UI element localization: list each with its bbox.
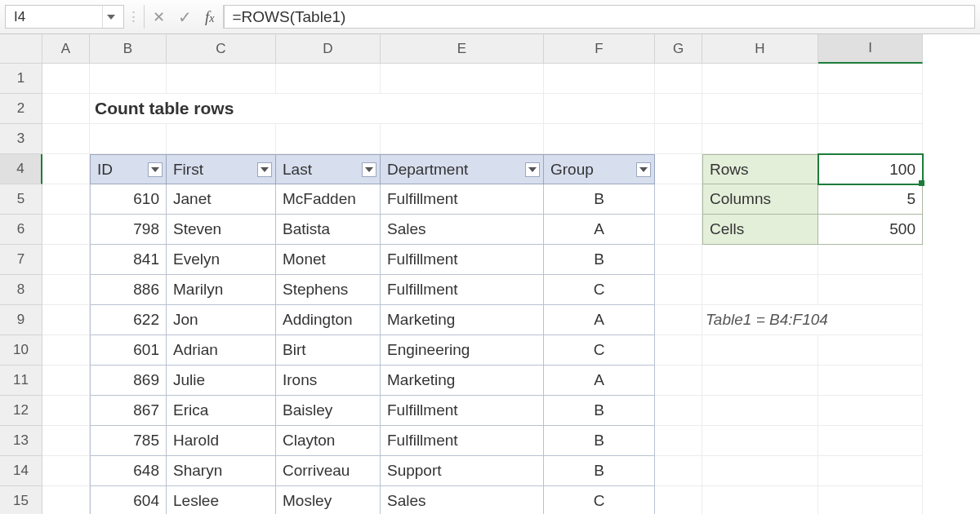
cell-D1[interactable] bbox=[276, 64, 381, 94]
table-cell-first[interactable]: Marilyn bbox=[167, 275, 276, 305]
cell-F3[interactable] bbox=[544, 124, 655, 154]
cell-H10[interactable] bbox=[702, 335, 818, 366]
cell-A1[interactable] bbox=[42, 64, 90, 94]
col-head-F[interactable]: F bbox=[544, 34, 655, 64]
cell-A11[interactable] bbox=[42, 366, 90, 396]
cell-G12[interactable] bbox=[655, 396, 702, 426]
table-cell-id[interactable]: 869 bbox=[90, 366, 167, 396]
cell-C3[interactable] bbox=[167, 124, 276, 154]
table-cell-first[interactable]: Harold bbox=[167, 426, 276, 456]
cell-H3[interactable] bbox=[702, 124, 818, 154]
table-cell-first[interactable]: Erica bbox=[167, 396, 276, 426]
row-head-3[interactable]: 3 bbox=[0, 124, 42, 154]
cell-I15[interactable] bbox=[818, 486, 923, 514]
cell-I12[interactable] bbox=[818, 396, 923, 426]
cell-H1[interactable] bbox=[702, 64, 818, 94]
row-head-9[interactable]: 9 bbox=[0, 305, 42, 335]
summary-rows-value[interactable]: 100 bbox=[818, 154, 923, 184]
row-head-13[interactable]: 13 bbox=[0, 426, 42, 456]
summary-cells-label[interactable]: Cells bbox=[702, 215, 818, 245]
table-cell-id[interactable]: 648 bbox=[90, 456, 167, 486]
col-head-I[interactable]: I bbox=[818, 34, 923, 64]
table-cell-dept[interactable]: Sales bbox=[381, 215, 544, 245]
row-head-11[interactable]: 11 bbox=[0, 366, 42, 396]
row-head-14[interactable]: 14 bbox=[0, 456, 42, 486]
cell-B3[interactable] bbox=[90, 124, 167, 154]
summary-cols-label[interactable]: Columns bbox=[702, 184, 818, 215]
cell-H11[interactable] bbox=[702, 366, 818, 396]
row-head-7[interactable]: 7 bbox=[0, 245, 42, 275]
filter-icon[interactable] bbox=[636, 162, 651, 177]
cell-A15[interactable] bbox=[42, 486, 90, 514]
row-head-1[interactable]: 1 bbox=[0, 64, 42, 94]
filter-icon[interactable] bbox=[525, 162, 540, 177]
table-cell-first[interactable]: Sharyn bbox=[167, 456, 276, 486]
cell-A10[interactable] bbox=[42, 335, 90, 366]
table-cell-dept[interactable]: Sales bbox=[381, 486, 544, 514]
col-head-H[interactable]: H bbox=[702, 34, 818, 64]
table-cell-first[interactable]: Leslee bbox=[167, 486, 276, 514]
cell-G3[interactable] bbox=[655, 124, 702, 154]
cell-I14[interactable] bbox=[818, 456, 923, 486]
cell-I7[interactable] bbox=[818, 245, 923, 275]
summary-cols-value[interactable]: 5 bbox=[818, 184, 923, 215]
table-cell-last[interactable]: McFadden bbox=[276, 184, 381, 215]
filter-icon[interactable] bbox=[148, 162, 163, 177]
row-head-2[interactable]: 2 bbox=[0, 94, 42, 124]
table-cell-id[interactable]: 798 bbox=[90, 215, 167, 245]
cell-B1[interactable] bbox=[90, 64, 167, 94]
cell-I13[interactable] bbox=[818, 426, 923, 456]
name-box-dropdown[interactable] bbox=[102, 6, 118, 28]
col-head-A[interactable]: A bbox=[42, 34, 90, 64]
table-note[interactable]: Table1 = B4:F104 bbox=[702, 305, 923, 335]
cell-A12[interactable] bbox=[42, 396, 90, 426]
cell-G13[interactable] bbox=[655, 426, 702, 456]
table-cell-last[interactable]: Monet bbox=[276, 245, 381, 275]
cell-I8[interactable] bbox=[818, 275, 923, 305]
table-cell-last[interactable]: Baisley bbox=[276, 396, 381, 426]
cell-G10[interactable] bbox=[655, 335, 702, 366]
cell-I10[interactable] bbox=[818, 335, 923, 366]
row-head-4[interactable]: 4 bbox=[0, 154, 42, 184]
cell-A13[interactable] bbox=[42, 426, 90, 456]
table-cell-dept[interactable]: Fulfillment bbox=[381, 184, 544, 215]
cell-F1[interactable] bbox=[544, 64, 655, 94]
table-header-department[interactable]: Department bbox=[381, 154, 544, 184]
table-cell-group[interactable]: C bbox=[544, 486, 655, 514]
cell-H12[interactable] bbox=[702, 396, 818, 426]
cell-G8[interactable] bbox=[655, 275, 702, 305]
cell-G7[interactable] bbox=[655, 245, 702, 275]
table-cell-first[interactable]: Janet bbox=[167, 184, 276, 215]
table-cell-id[interactable]: 610 bbox=[90, 184, 167, 215]
table-header-group[interactable]: Group bbox=[544, 154, 655, 184]
cell-A6[interactable] bbox=[42, 215, 90, 245]
cell-H2[interactable] bbox=[702, 94, 818, 124]
table-cell-last[interactable]: Clayton bbox=[276, 426, 381, 456]
row-head-15[interactable]: 15 bbox=[0, 486, 42, 514]
table-cell-first[interactable]: Steven bbox=[167, 215, 276, 245]
row-head-5[interactable]: 5 bbox=[0, 184, 42, 215]
cell-A7[interactable] bbox=[42, 245, 90, 275]
cell-H7[interactable] bbox=[702, 245, 818, 275]
select-all-corner[interactable] bbox=[0, 34, 42, 64]
cell-G5[interactable] bbox=[655, 184, 702, 215]
table-cell-dept[interactable]: Engineering bbox=[381, 335, 544, 366]
col-head-G[interactable]: G bbox=[655, 34, 702, 64]
table-cell-last[interactable]: Birt bbox=[276, 335, 381, 366]
table-header-last[interactable]: Last bbox=[276, 154, 381, 184]
cell-A3[interactable] bbox=[42, 124, 90, 154]
cell-A4[interactable] bbox=[42, 154, 90, 184]
col-head-D[interactable]: D bbox=[276, 34, 381, 64]
table-cell-group[interactable]: B bbox=[544, 396, 655, 426]
table-cell-dept[interactable]: Support bbox=[381, 456, 544, 486]
cancel-icon[interactable]: ✕ bbox=[153, 8, 165, 26]
cell-C1[interactable] bbox=[167, 64, 276, 94]
table-cell-first[interactable]: Evelyn bbox=[167, 245, 276, 275]
table-cell-dept[interactable]: Fulfillment bbox=[381, 245, 544, 275]
cell-I1[interactable] bbox=[818, 64, 923, 94]
cell-I11[interactable] bbox=[818, 366, 923, 396]
fx-icon[interactable]: fx bbox=[205, 8, 215, 26]
table-cell-dept[interactable]: Fulfillment bbox=[381, 396, 544, 426]
table-cell-group[interactable]: B bbox=[544, 184, 655, 215]
table-cell-last[interactable]: Stephens bbox=[276, 275, 381, 305]
